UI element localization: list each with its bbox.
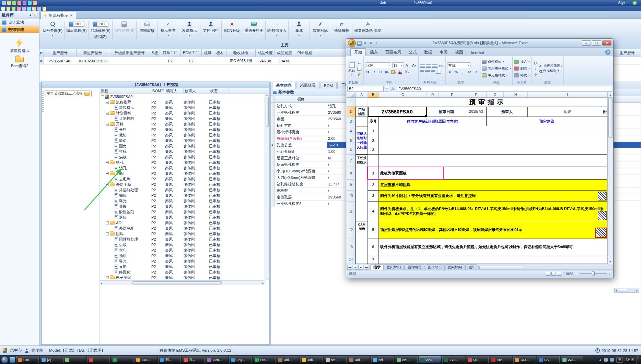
app-icon-6[interactable] <box>28 1 32 5</box>
grid-column-11[interactable]: 成品宽度 <box>275 49 294 57</box>
sidebar-shortcut-1[interactable]: 新流程指示 <box>10 38 29 53</box>
process-tree-row[interactable]: 开料P2秦凤张传刚已审核 <box>100 121 265 127</box>
date-value[interactable]: 2019/7/3 <box>466 107 487 117</box>
row-header-1[interactable]: 1 <box>347 98 356 107</box>
align-left-icon[interactable] <box>420 70 424 74</box>
taskbar-item-7[interactable]: 制... <box>158 356 181 363</box>
instruction-text[interactable]: 附件为尺寸图.注：部分线有线宽有公差要求，请注意控制 <box>379 191 607 202</box>
sheet-vertical-scrollbar[interactable]: ▲ ▼ <box>607 92 613 264</box>
instruction-number[interactable]: 7 <box>368 255 379 264</box>
sheet-tab-6[interactable]: 图5 <box>465 264 477 270</box>
toolbar-button-7[interactable]: 发送指示▾ <box>179 21 200 39</box>
collapse-toggle-icon[interactable] <box>106 232 109 235</box>
dialog-launcher-icon[interactable] <box>438 82 440 84</box>
taskbar-item-4[interactable] <box>87 356 110 363</box>
reviewer-label[interactable]: 预审人 <box>487 107 528 117</box>
ribbon-tab-1[interactable]: 开始 <box>350 48 366 56</box>
tool-icon-4[interactable] <box>17 7 21 11</box>
confirm-row-number[interactable]: 3 <box>368 145 379 155</box>
row-header-9[interactable]: 9 <box>347 180 356 191</box>
toolbar-button-6[interactable]: 指示检查▾ <box>158 21 179 39</box>
process-tree-row[interactable]: 钻孔P2秦凤张传刚已审核 <box>100 160 265 165</box>
process-tree-row[interactable]: 曝光P2秦凤张传刚已审核 <box>100 258 265 264</box>
taskbar-item-1[interactable]: Fox... <box>16 356 39 363</box>
sidebar-section-1[interactable]: 设计算法 <box>0 19 39 26</box>
toolbar-button-14[interactable]: 选择母板 <box>331 21 352 39</box>
column-header-A[interactable]: A <box>356 92 368 98</box>
next-sheet-icon[interactable]: ▶ <box>358 265 363 270</box>
app-icon-3[interactable] <box>12 1 16 5</box>
percent-icon[interactable]: % <box>454 69 459 75</box>
first-sheet-icon[interactable]: ◀◀ <box>347 265 352 270</box>
orientation-icon[interactable]: ab▾ <box>439 63 444 69</box>
zoom-thumb[interactable] <box>592 271 595 276</box>
taskbar-item-13[interactable]: Job... <box>300 356 323 363</box>
sheet-tab-1[interactable]: 指示 <box>370 264 384 270</box>
phonetic-button[interactable]: 拼▾ <box>404 69 410 75</box>
page-break-view-icon[interactable] <box>557 272 561 276</box>
selected-cell[interactable]: 2V3560FSA0 <box>368 107 427 117</box>
ribbon-tab-3[interactable]: 页面布局 <box>382 49 405 56</box>
taskbar-item-22[interactable]: B14... <box>513 356 536 363</box>
grid-column-1[interactable]: 生产型号 <box>44 49 77 57</box>
app-icon-5[interactable] <box>23 1 26 5</box>
row-header-5[interactable]: 5 <box>347 136 356 145</box>
tray-expand-icon[interactable]: ▲ <box>599 358 602 361</box>
qat-dropdown-icon[interactable]: ▾ <box>374 41 379 46</box>
row-header-11[interactable]: 11 <box>347 202 356 221</box>
tree-column-3[interactable]: 编写人 <box>165 88 184 94</box>
taskbar-item-16[interactable]: pnl ... <box>371 356 394 363</box>
row-header-7[interactable]: 7 <box>347 155 356 167</box>
product-label[interactable]: 产品编号 <box>356 107 368 117</box>
grid-column-2[interactable]: 新生产型号 <box>77 49 109 57</box>
dialog-launcher-icon[interactable] <box>466 82 468 84</box>
name-box[interactable]: B2 <box>347 86 384 92</box>
grid-column-8[interactable]: 板材 <box>214 49 226 57</box>
scrollbar-thumb[interactable] <box>479 266 524 269</box>
sheet-tab-3[interactable]: 图2(fig2) <box>404 264 424 270</box>
process-tree-row[interactable]: 去毛刺P2秦凤张传刚已审核 <box>100 176 265 182</box>
taskbar-item-9[interactable]: Gen... <box>206 356 228 363</box>
grid-column-9[interactable]: 验收标准 <box>226 49 256 57</box>
ribbon-tab-8[interactable]: Acrobat <box>467 50 488 56</box>
align-middle-icon[interactable] <box>426 64 431 68</box>
taskbar-item-15[interactable]: Drill... <box>348 356 370 363</box>
process-tree-row[interactable]: 圆角P2秦凤张传刚已审核 <box>100 143 265 149</box>
instruction-text[interactable]: 此板为假双面板 <box>379 167 607 180</box>
collapse-toggle-icon[interactable] <box>106 221 109 225</box>
toolbar-button-5[interactable]: 内部审核 <box>137 21 158 39</box>
document-tab[interactable]: 新流程指示 × <box>40 12 76 19</box>
process-tree-row[interactable]: 酸性蚀刻P2秦凤张传刚已审核 <box>100 209 265 215</box>
collapse-left-icon[interactable]: ◀ <box>28 13 32 17</box>
process-window-title[interactable]: 【2V3560FSA0】工艺流程 <box>42 82 269 88</box>
instruction-text[interactable]: 顶层阻焊层图2点亮的区域印阻焊，其他区域不印阻焊，顶层阻焊层最终效果如图01示 <box>379 221 607 239</box>
align-bottom-icon[interactable] <box>432 64 438 68</box>
taskbar-item-18[interactable]: 2V3... <box>419 356 441 363</box>
process-tree-row[interactable]: 终固化P2秦凤张传刚已审核 <box>100 269 265 275</box>
sheet-cell[interactable] <box>356 98 368 107</box>
bold-button[interactable]: B <box>365 69 371 75</box>
style-button-3[interactable]: 单元格样式▾ <box>482 73 508 78</box>
fill-color-button[interactable]: ▾ <box>391 69 397 75</box>
sheet-cell[interactable] <box>368 155 379 167</box>
sheet-tab-4[interactable]: 图3(fig3) <box>425 264 445 270</box>
confirm-header[interactable]: 待与客户确认问题(原因与内容) <box>379 117 487 126</box>
currency-icon[interactable]: ¥ <box>447 69 453 75</box>
toolbar-button-11[interactable]: MI数据导入▾ <box>266 21 289 39</box>
process-tree-row[interactable]: 显影P2秦凤张传刚已审核 <box>100 204 265 209</box>
find-select-button[interactable]: 查找和选择▾ <box>539 69 562 73</box>
quick-launch-icon[interactable] <box>10 357 15 363</box>
formula-input[interactable]: 2V3560FSA0 <box>397 86 612 92</box>
align-top-icon[interactable] <box>420 64 425 68</box>
process-tree-row[interactable]: 外层前处理P2秦凤张传刚已审核 <box>100 187 265 193</box>
process-tree-row[interactable]: 烘板P2秦凤张传刚已审核 <box>100 154 265 160</box>
grid-column-far-right[interactable]: 生产型号 <box>614 49 641 57</box>
font-name-select[interactable]: 宋体▾ <box>365 62 391 68</box>
taskbar-item-6[interactable]: EDS... <box>135 356 157 363</box>
process-tree-row[interactable]: 退膜P2秦凤张传刚已审核 <box>100 215 265 220</box>
row-header-8[interactable]: 8 <box>347 167 356 180</box>
row-header-12[interactable]: 12 <box>347 221 356 239</box>
toolbar-button-15[interactable]: 修复ECN丢流程 <box>352 21 383 39</box>
close-button[interactable]: ✕ <box>602 40 611 46</box>
show-desktop-button[interactable] <box>637 355 639 364</box>
